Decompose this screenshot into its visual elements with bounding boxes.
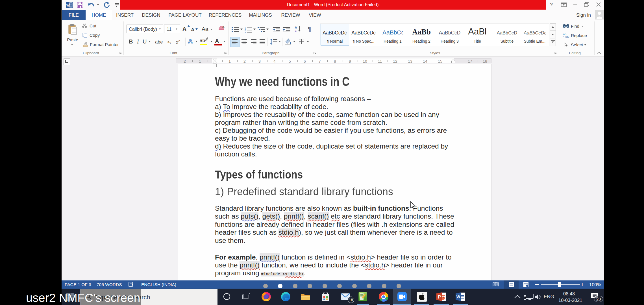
svg-text:3: 3 <box>245 31 246 33</box>
svg-text:P: P <box>438 295 441 299</box>
svg-text:W: W <box>456 295 460 299</box>
svg-text:x: x <box>132 283 133 286</box>
svg-text:W: W <box>66 3 70 7</box>
svg-text:ac: ac <box>566 35 569 38</box>
svg-text:A: A <box>295 26 297 29</box>
svg-text:A: A <box>222 25 225 29</box>
